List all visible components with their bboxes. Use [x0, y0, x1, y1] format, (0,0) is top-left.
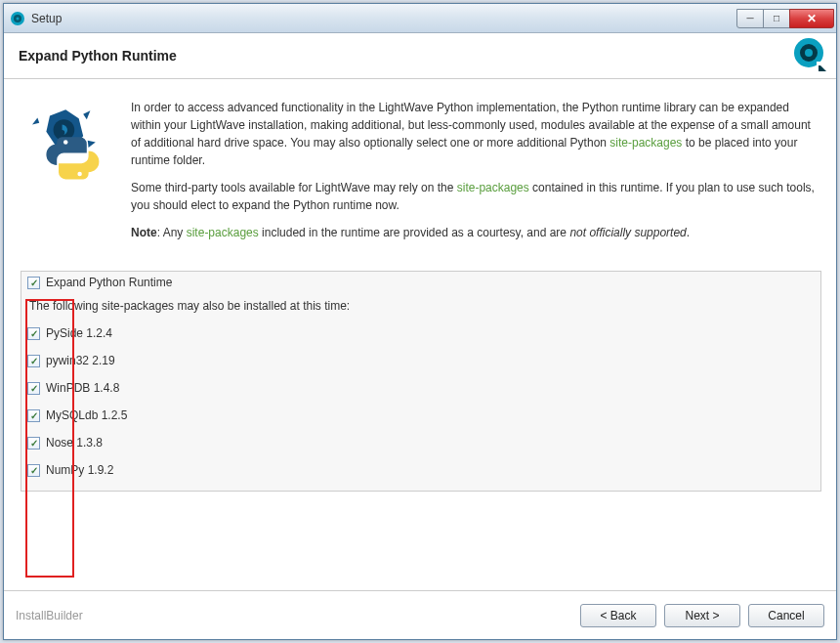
svg-point-12 [63, 140, 68, 145]
intro-paragraph-2: Some third-party tools available for Lig… [131, 179, 821, 214]
package-row: MySQLdb 1.2.5 [27, 408, 815, 422]
setup-window: Setup ─ □ ✕ Expand Python Runtime [3, 3, 837, 640]
window-controls: ─ □ ✕ [737, 9, 834, 28]
app-icon [10, 11, 25, 26]
package-checkbox-pyside[interactable] [27, 327, 40, 340]
packages-sublabel: The following site-packages may also be … [29, 299, 815, 313]
package-checkbox-numpy[interactable] [27, 464, 40, 477]
package-label: pywin32 2.19 [46, 354, 115, 367]
python-lightwave-icon [19, 99, 116, 251]
expand-runtime-label: Expand Python Runtime [46, 276, 172, 289]
cancel-button[interactable]: Cancel [748, 604, 824, 627]
svg-point-2 [17, 17, 20, 20]
svg-marker-10 [83, 110, 90, 119]
package-label: MySQLdb 1.2.5 [46, 408, 127, 422]
page-title: Expand Python Runtime [19, 48, 177, 64]
expand-runtime-row: Expand Python Runtime [27, 276, 815, 289]
package-row: Nose 1.3.8 [27, 436, 815, 450]
intro-note: Note: Any site-packages included in the … [131, 224, 821, 241]
intro-text: In order to access advanced functionalit… [131, 99, 821, 251]
package-label: PySide 1.2.4 [46, 326, 112, 340]
product-icon [789, 36, 828, 75]
back-button[interactable]: < Back [580, 604, 656, 627]
content-area: In order to access advanced functionalit… [4, 79, 836, 590]
svg-marker-9 [32, 117, 39, 124]
window-title: Setup [31, 12, 62, 25]
package-row: WinPDB 1.4.8 [27, 381, 815, 395]
svg-point-5 [805, 49, 813, 57]
site-packages-link[interactable]: site-packages [609, 136, 682, 150]
options-panel: Expand Python Runtime The following site… [21, 271, 821, 492]
wizard-header: Expand Python Runtime [4, 33, 836, 79]
footer-brand: InstallBuilder [16, 609, 83, 622]
next-button[interactable]: Next > [664, 604, 740, 627]
svg-point-13 [77, 172, 82, 177]
package-row: PySide 1.2.4 [27, 326, 815, 340]
intro-paragraph-1: In order to access advanced functionalit… [131, 99, 821, 169]
intro-section: In order to access advanced functionalit… [19, 99, 821, 251]
footer-buttons: < Back Next > Cancel [580, 604, 824, 627]
package-checkbox-nose[interactable] [27, 437, 40, 450]
maximize-button[interactable]: □ [763, 9, 790, 28]
expand-runtime-checkbox[interactable] [27, 277, 40, 289]
site-packages-link[interactable]: site-packages [187, 226, 259, 239]
package-checkbox-winpdb[interactable] [27, 382, 40, 395]
svg-marker-11 [88, 141, 96, 148]
package-checkbox-mysqldb[interactable] [27, 409, 40, 422]
wizard-footer: InstallBuilder < Back Next > Cancel [4, 590, 836, 639]
site-packages-link[interactable]: site-packages [457, 181, 529, 194]
minimize-button[interactable]: ─ [736, 9, 764, 28]
close-button[interactable]: ✕ [789, 9, 834, 28]
package-label: NumPy 1.9.2 [46, 463, 113, 477]
package-checkbox-pywin32[interactable] [27, 355, 40, 367]
titlebar[interactable]: Setup ─ □ ✕ [4, 4, 836, 33]
package-row: NumPy 1.9.2 [27, 463, 815, 477]
package-label: WinPDB 1.4.8 [46, 381, 119, 395]
package-label: Nose 1.3.8 [46, 436, 103, 450]
package-row: pywin32 2.19 [27, 354, 815, 367]
svg-rect-7 [817, 62, 826, 65]
